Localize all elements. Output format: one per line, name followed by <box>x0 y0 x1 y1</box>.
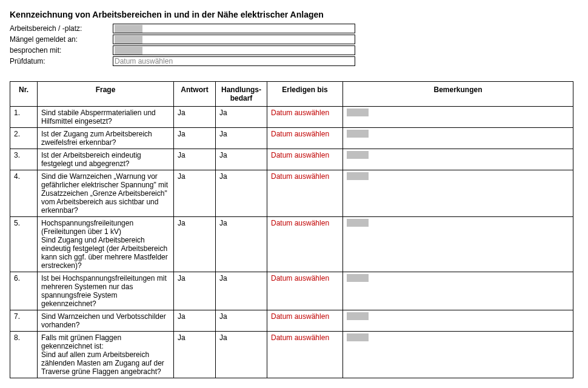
input-pruefdatum[interactable]: Datum auswählen <box>113 56 355 66</box>
page-title: Kennzeichnung von Arbeitsbereichen in un… <box>10 10 578 19</box>
cell-erledigen[interactable]: Datum auswählen <box>267 217 343 272</box>
cell-frage: Falls mit grünen Flaggen gekennzeichnet … <box>38 332 174 378</box>
label-arbeitsbereich: Arbeitsbereich / -platz: <box>10 24 113 33</box>
cell-bedarf[interactable]: Ja <box>216 332 267 378</box>
placeholder-block-icon <box>115 25 142 33</box>
cell-antwort[interactable]: Ja <box>174 310 216 332</box>
placeholder-block-icon <box>347 109 369 116</box>
label-besprochen: besprochen mit: <box>10 46 113 55</box>
input-maengel[interactable] <box>113 35 355 44</box>
cell-nr: 8. <box>10 332 38 378</box>
label-maengel: Mängel gemeldet an: <box>10 35 113 44</box>
cell-nr: 5. <box>10 217 38 272</box>
table-row: 7.Sind Warnzeichen und Verbotsschilder v… <box>10 310 573 332</box>
th-frage: Frage <box>38 82 174 107</box>
cell-bedarf[interactable]: Ja <box>216 272 267 310</box>
placeholder-block-icon <box>115 47 142 55</box>
table-row: 3.Ist der Arbeitsbereich eindeutig festg… <box>10 149 573 170</box>
cell-frage: Sind die Warnzeichen „Warnung vor gefähr… <box>38 170 174 217</box>
cell-erledigen[interactable]: Datum auswählen <box>267 107 343 128</box>
cell-antwort[interactable]: Ja <box>174 170 216 217</box>
placeholder-block-icon <box>347 151 369 159</box>
cell-bedarf[interactable]: Ja <box>216 310 267 332</box>
cell-frage: Ist der Arbeitsbereich eindeutig festgel… <box>38 149 174 170</box>
placeholder-block-icon <box>347 130 369 138</box>
cell-bemerkungen[interactable] <box>343 128 573 149</box>
cell-frage: Hochspannungsfreileitungen (Freileitunge… <box>38 217 174 272</box>
cell-erledigen[interactable]: Datum auswählen <box>267 272 343 310</box>
cell-bemerkungen[interactable] <box>343 332 573 378</box>
cell-bedarf[interactable]: Ja <box>216 107 267 128</box>
cell-erledigen[interactable]: Datum auswählen <box>267 310 343 332</box>
placeholder-block-icon <box>347 333 369 341</box>
table-row: 1.Sind stabile Absperrmaterialien und Hi… <box>10 107 573 128</box>
th-bedarf: Handlungs-bedarf <box>216 82 267 107</box>
th-erledigen: Erledigen bis <box>267 82 343 107</box>
cell-bemerkungen[interactable] <box>343 107 573 128</box>
cell-erledigen[interactable]: Datum auswählen <box>267 128 343 149</box>
cell-bemerkungen[interactable] <box>343 272 573 310</box>
cell-nr: 2. <box>10 128 38 149</box>
cell-bemerkungen[interactable] <box>343 149 573 170</box>
placeholder-block-icon <box>347 312 369 320</box>
label-pruefdatum: Prüfdatum: <box>10 57 113 65</box>
cell-bemerkungen[interactable] <box>343 170 573 217</box>
checklist-table: Nr. Frage Antwort Handlungs-bedarf Erled… <box>10 81 573 378</box>
placeholder-block-icon <box>347 172 369 180</box>
placeholder-block-icon <box>115 36 142 44</box>
cell-antwort[interactable]: Ja <box>174 128 216 149</box>
cell-antwort[interactable]: Ja <box>174 107 216 128</box>
cell-nr: 1. <box>10 107 38 128</box>
table-row: 2.Ist der Zugang zum Arbeitsbereich zwei… <box>10 128 573 149</box>
th-nr: Nr. <box>10 82 38 107</box>
table-row: 5.Hochspannungsfreileitungen (Freileitun… <box>10 217 573 272</box>
cell-erledigen[interactable]: Datum auswählen <box>267 170 343 217</box>
cell-bedarf[interactable]: Ja <box>216 128 267 149</box>
cell-bemerkungen[interactable] <box>343 310 573 332</box>
cell-bedarf[interactable]: Ja <box>216 149 267 170</box>
th-antwort: Antwort <box>174 82 216 107</box>
cell-antwort[interactable]: Ja <box>174 272 216 310</box>
pruefdatum-placeholder: Datum auswählen <box>115 57 173 65</box>
cell-antwort[interactable]: Ja <box>174 332 216 378</box>
cell-bedarf[interactable]: Ja <box>216 217 267 272</box>
cell-erledigen[interactable]: Datum auswählen <box>267 149 343 170</box>
cell-antwort[interactable]: Ja <box>174 217 216 272</box>
placeholder-block-icon <box>347 219 369 227</box>
cell-antwort[interactable]: Ja <box>174 149 216 170</box>
cell-erledigen[interactable]: Datum auswählen <box>267 332 343 378</box>
cell-nr: 7. <box>10 310 38 332</box>
cell-bemerkungen[interactable] <box>343 217 573 272</box>
cell-frage: Sind stabile Absperrmaterialien und Hilf… <box>38 107 174 128</box>
table-row: 8.Falls mit grünen Flaggen gekennzeichne… <box>10 332 573 378</box>
input-arbeitsbereich[interactable] <box>113 24 355 33</box>
input-besprochen[interactable] <box>113 45 355 55</box>
cell-frage: Ist der Zugang zum Arbeitsbereich zweife… <box>38 128 174 149</box>
cell-nr: 6. <box>10 272 38 310</box>
cell-bedarf[interactable]: Ja <box>216 170 267 217</box>
table-row: 6.Ist bei Hochspannungsfreileitungen mit… <box>10 272 573 310</box>
th-bemerkungen: Bemerkungen <box>343 82 573 107</box>
table-row: 4.Sind die Warnzeichen „Warnung vor gefä… <box>10 170 573 217</box>
cell-frage: Ist bei Hochspannungsfreileitungen mit m… <box>38 272 174 310</box>
placeholder-block-icon <box>347 274 369 282</box>
cell-nr: 4. <box>10 170 38 217</box>
cell-nr: 3. <box>10 149 38 170</box>
cell-frage: Sind Warnzeichen und Verbotsschilder vor… <box>38 310 174 332</box>
